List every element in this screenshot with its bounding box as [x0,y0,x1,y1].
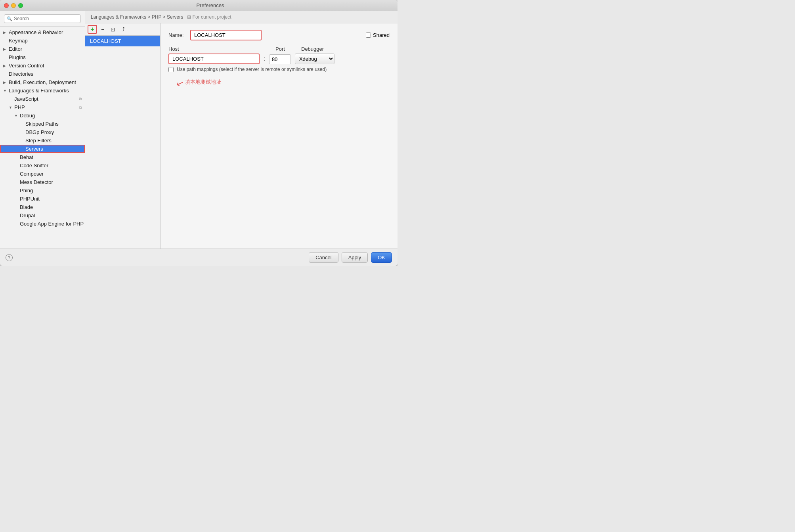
sidebar-item-label: Google App Engine for PHP [20,221,84,227]
breadcrumb-text: Languages & Frameworks > PHP > Servers [91,14,183,20]
sidebar-item-label: PHP [14,104,25,110]
sidebar-item-code-sniffer[interactable]: Code Sniffer [0,161,85,170]
annotation: ↙ 填本地测试地址 [176,78,390,89]
sidebar-item-javascript[interactable]: JavaScript ⧉ [0,95,85,103]
expand-arrow [3,80,7,84]
sidebar-item-phing[interactable]: Phing [0,186,85,195]
apply-button[interactable]: Apply [342,252,368,263]
sidebar-item-dbgp-proxy[interactable]: DBGp Proxy [0,128,85,136]
window-title: Preferences [27,2,394,8]
maximize-button[interactable] [18,3,23,8]
name-row: Name: Shared [168,30,390,40]
host-header: Host [168,46,260,52]
sidebar-item-debug[interactable]: Debug [0,111,85,120]
sidebar-item-label: Phing [20,188,33,193]
sidebar-item-keymap[interactable]: Keymap [0,36,85,45]
search-icon: 🔍 [7,16,12,21]
host-port-row: : Xdebug Zend Debugger [168,54,390,64]
sidebar-item-label: Behat [20,154,33,160]
port-header: Port [275,46,297,52]
preferences-window: Preferences 🔍 Appearance & Behavior [0,0,398,266]
expand-arrow [3,31,7,34]
sidebar-item-skipped-paths[interactable]: Skipped Paths [0,120,85,128]
add-server-button[interactable]: + [88,25,97,34]
debugger-select[interactable]: Xdebug Zend Debugger [295,54,334,64]
server-list-panel: + − ⊡ ⤴ LOCALHOST [85,23,161,249]
close-button[interactable] [4,3,9,8]
sidebar-item-plugins[interactable]: Plugins [0,53,85,61]
sidebar-item-label: Version Control [9,63,44,69]
sidebar-item-label: Appearance & Behavior [9,29,63,35]
minimize-button[interactable] [11,3,16,8]
sidebar-item-label: JavaScript [14,96,38,102]
sidebar-item-directories[interactable]: Directories [0,70,85,78]
sidebar-item-label: Editor [9,46,22,52]
path-mapping-label: Use path mappings (select if the server … [177,67,327,72]
traffic-lights [4,3,23,8]
server-item-label: LOCALHOST [90,38,121,44]
expand-arrow [3,64,7,68]
shared-section: Shared [366,32,390,38]
breadcrumb: Languages & Frameworks > PHP > Servers ⊞… [85,11,398,23]
sidebar-item-label: Directories [9,71,33,77]
annotation-text: 填本地测试地址 [185,78,221,86]
sidebar-item-composer[interactable]: Composer [0,170,85,178]
sidebar-item-php[interactable]: PHP ⧉ [0,103,85,111]
copy-server-button[interactable]: ⊡ [108,25,118,34]
sidebar-item-version-control[interactable]: Version Control [0,61,85,70]
sidebar-item-label: Mess Detector [20,179,53,185]
server-list-item[interactable]: LOCALHOST [85,36,160,46]
shared-label-text: Shared [373,32,390,38]
sidebar-item-appearance[interactable]: Appearance & Behavior [0,28,85,36]
sidebar-item-label: Keymap [9,38,28,44]
sidebar-item-phpunit[interactable]: PHPUnit [0,195,85,203]
port-input[interactable] [269,54,291,64]
remove-server-button[interactable]: − [98,25,107,34]
shared-checkbox[interactable] [366,33,371,38]
breadcrumb-suffix: ⊞ For current project [187,14,231,20]
move-server-button[interactable]: ⤴ [118,25,128,34]
main-content: 🔍 Appearance & Behavior Keymap [0,11,398,249]
sidebar: 🔍 Appearance & Behavior Keymap [0,11,85,249]
cancel-button[interactable]: Cancel [309,252,338,263]
sidebar-item-label: Plugins [9,54,26,60]
right-panel: Languages & Frameworks > PHP > Servers ⊞… [85,11,398,249]
sidebar-item-label: PHPUnit [20,196,40,202]
copy-icon: ⧉ [79,97,82,101]
sidebar-item-step-filters[interactable]: Step Filters [0,136,85,145]
sidebar-item-label: DBGp Proxy [25,129,54,135]
name-input[interactable] [190,30,262,40]
config-headers: Host Port Debugger [168,46,390,52]
sidebar-item-drupal[interactable]: Drupal [0,211,85,220]
host-input[interactable] [168,54,260,64]
sidebar-item-google-app-engine[interactable]: Google App Engine for PHP [0,220,85,228]
help-button[interactable]: ? [6,254,13,261]
search-input[interactable] [14,16,78,21]
sidebar-item-mess-detector[interactable]: Mess Detector [0,178,85,186]
sidebar-item-lang-frameworks[interactable]: Languages & Frameworks [0,86,85,95]
sidebar-item-editor[interactable]: Editor [0,45,85,53]
sidebar-item-blade[interactable]: Blade [0,203,85,211]
sidebar-item-behat[interactable]: Behat [0,153,85,161]
sidebar-item-label: Debug [20,113,35,119]
search-bar: 🔍 [0,11,85,27]
ok-button[interactable]: OK [371,252,392,263]
sidebar-item-label: Composer [20,171,44,177]
sidebar-item-label: Step Filters [25,138,52,144]
sidebar-item-build[interactable]: Build, Execution, Deployment [0,78,85,86]
path-mapping-checkbox[interactable] [168,67,174,72]
sidebar-item-servers[interactable]: Servers [0,145,85,153]
name-label: Name: [168,32,186,38]
path-mapping-row: Use path mappings (select if the server … [168,67,390,72]
search-input-wrapper[interactable]: 🔍 [4,14,81,23]
debugger-header: Debugger [301,46,341,52]
arrow-icon: ↙ [175,78,185,90]
title-bar: Preferences [0,0,398,11]
expand-arrow [3,89,7,93]
copy-icon: ⧉ [79,105,82,110]
expand-arrow [3,47,7,51]
colon-separator: : [264,55,265,64]
server-config: Name: Shared Host [161,23,398,249]
sidebar-item-label: Blade [20,204,33,210]
sidebar-item-label: Drupal [20,212,35,218]
